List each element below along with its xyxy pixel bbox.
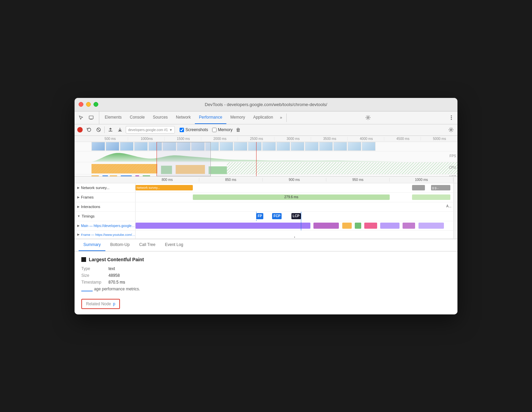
main-label[interactable]: ▶ Main — https://developers.google.com/w…: [75, 221, 136, 230]
screenshots-input[interactable]: [180, 128, 184, 132]
frame-bar-2: [412, 194, 450, 200]
tick-900: 900 ms: [263, 178, 326, 182]
fps-label: FPS: [450, 154, 456, 158]
reload-button[interactable]: [85, 126, 93, 133]
frame-tick: [294, 236, 295, 238]
frames-label[interactable]: ▶ Frames: [75, 193, 136, 202]
tab-sources[interactable]: Sources: [149, 111, 172, 124]
main-thread-bar: [136, 223, 453, 229]
tab-application[interactable]: Application: [249, 111, 277, 124]
frame-arrow: ▶: [77, 233, 80, 236]
frame-label[interactable]: ▶ Frame — https://www.youtube.com/embed/…: [75, 231, 136, 239]
tab-elements[interactable]: Elements: [101, 111, 126, 124]
frames-label-text: Frames: [81, 195, 94, 199]
related-node-box: Related Node p: [81, 299, 120, 309]
type-label: Type: [81, 266, 108, 271]
gear-icon[interactable]: [447, 126, 455, 133]
more-options-icon[interactable]: [448, 111, 455, 124]
stop-button[interactable]: [95, 126, 102, 133]
related-value[interactable]: p: [113, 302, 115, 306]
ruler-tick-4000: 4000 ms: [348, 137, 384, 141]
close-button[interactable]: [79, 102, 83, 107]
svg-rect-16: [227, 162, 457, 174]
record-button[interactable]: [77, 127, 83, 132]
dropdown-arrow: ▼: [169, 128, 172, 132]
network-label[interactable]: ▶ Network survey...: [75, 183, 136, 192]
timings-row: ▼ Timings FP FCP LCP: [75, 212, 457, 221]
memory-checkbox[interactable]: Memory: [212, 127, 232, 132]
main-content: 800 ms 850 ms 900 ms 950 ms 1000 ms ▶ Ne…: [75, 177, 457, 314]
ruler-tick-5000: 5000 ms: [421, 137, 457, 141]
bottom-panel: Summary Bottom-Up Call Tree Event Log La…: [75, 239, 457, 314]
maximize-button[interactable]: [94, 102, 98, 107]
timings-label-text: Timings: [82, 214, 95, 218]
interactions-label[interactable]: ▶ Interactions: [75, 202, 136, 211]
info-link[interactable]: _____: [81, 287, 93, 291]
cpu-track: CPU: [75, 162, 457, 174]
ruler-tick-3000: 3000 ms: [274, 137, 311, 141]
network-bar-3: g g...: [431, 185, 450, 190]
tick-1000: 1000 ms: [390, 178, 453, 182]
ruler-tick-4500: 4500 ms: [384, 137, 421, 141]
lcp-icon: [81, 257, 86, 262]
net-track: NET: [75, 174, 457, 177]
timeline-overview[interactable]: 500 ms 1000ms 1500 ms 2000 ms 2500 ms 30…: [75, 136, 457, 177]
svg-rect-21: [136, 176, 139, 177]
memory-input[interactable]: [212, 128, 217, 132]
download-button[interactable]: [116, 126, 124, 133]
frames-row: ▶ Frames 279.6 ms: [75, 193, 457, 202]
settings-icon[interactable]: [363, 111, 373, 124]
svg-point-4: [451, 117, 452, 118]
main-content-area: [136, 221, 453, 230]
tab-bottom-up[interactable]: Bottom-Up: [105, 239, 134, 251]
ruler-tick-2500: 2500 ms: [238, 137, 274, 141]
device-icon[interactable]: [87, 114, 95, 121]
tab-performance[interactable]: Performance: [195, 111, 226, 124]
screenshots-checkbox[interactable]: Screenshots: [180, 127, 208, 132]
tab-console[interactable]: Console: [126, 111, 149, 124]
cursor-icon[interactable]: [77, 114, 85, 121]
info-row: _____ age performance metrics.: [81, 287, 451, 295]
fcp-badge[interactable]: FCP: [272, 213, 282, 219]
svg-rect-1: [90, 119, 93, 120]
frames-arrow: ▶: [77, 195, 80, 199]
lcp-badge[interactable]: LCP: [291, 213, 301, 219]
tab-more[interactable]: »: [277, 111, 285, 124]
tick-850: 850 ms: [199, 178, 263, 182]
tab-network[interactable]: Network: [172, 111, 195, 124]
network-bar-2: [412, 185, 425, 190]
svg-rect-19: [110, 176, 117, 177]
timestamp-value: 870.5 ms: [108, 280, 125, 285]
timings-label[interactable]: ▼ Timings: [75, 212, 136, 221]
timings-content: FP FCP LCP: [136, 212, 453, 221]
fp-badge[interactable]: FP: [256, 213, 263, 219]
type-row: Type text: [81, 266, 451, 271]
ruler-tick-500: 500 ms: [91, 137, 128, 141]
url-text: developers.google.com #1: [128, 128, 168, 132]
checkbox-group: Screenshots Memory: [180, 127, 232, 132]
tab-call-tree[interactable]: Call Tree: [135, 239, 160, 251]
tab-summary[interactable]: Summary: [79, 239, 105, 251]
tab-event-log[interactable]: Event Log: [160, 239, 188, 251]
network-arrow: ▶: [77, 186, 80, 189]
right-marker: [256, 142, 257, 176]
svg-point-8: [450, 129, 452, 131]
network-row: ▶ Network survey... Network survey... g …: [75, 183, 457, 193]
svg-rect-0: [89, 116, 93, 119]
clear-button[interactable]: 🗑: [234, 126, 242, 133]
flame-chart: 800 ms 850 ms 900 ms 950 ms 1000 ms ▶ Ne…: [75, 177, 457, 239]
ruler-tick-2000: 2000 ms: [201, 137, 238, 141]
interactions-row: ▶ Interactions A...: [75, 202, 457, 212]
svg-point-3: [451, 116, 452, 117]
net-label: NET: [449, 175, 456, 177]
minimize-button[interactable]: [86, 102, 91, 107]
ruler-tick-3500: 3500 ms: [311, 137, 348, 141]
fp-marker-line: [256, 212, 257, 221]
timings-arrow: ▼: [77, 214, 80, 218]
upload-button[interactable]: [107, 126, 114, 133]
size-label: Size: [81, 273, 108, 278]
svg-point-5: [451, 119, 452, 120]
interactions-label-text: Interactions: [81, 205, 100, 209]
tab-memory[interactable]: Memory: [226, 111, 249, 124]
url-selector[interactable]: developers.google.com #1 ▼: [126, 126, 175, 133]
